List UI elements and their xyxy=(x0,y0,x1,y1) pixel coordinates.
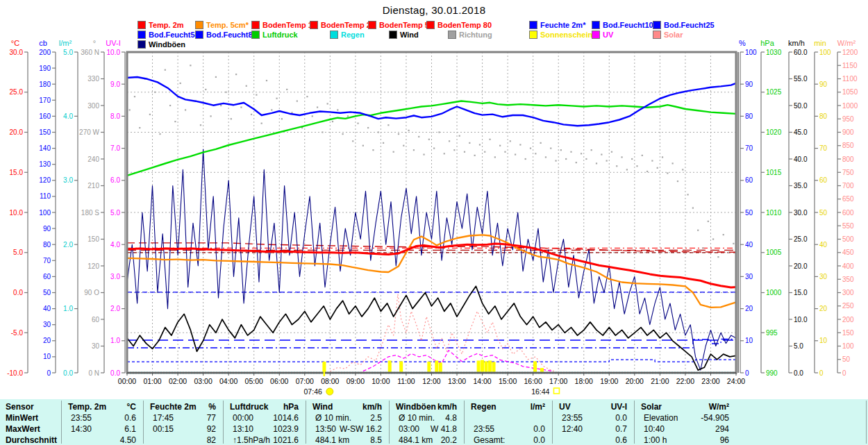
svg-text:1.0: 1.0 xyxy=(110,337,120,344)
svg-text:7.0: 7.0 xyxy=(110,144,120,152)
svg-text:17:00: 17:00 xyxy=(549,377,567,385)
svg-text:90: 90 xyxy=(819,81,828,88)
legend-swatch xyxy=(653,21,661,29)
table-cell: 6.1 xyxy=(61,424,136,434)
svg-text:21:00: 21:00 xyxy=(651,377,669,385)
axis-°: 0 N306090 O120150180 S210240270 W3003303… xyxy=(79,39,104,377)
grid xyxy=(127,52,736,373)
svg-text:995: 995 xyxy=(766,329,778,337)
svg-text:40: 40 xyxy=(819,241,828,249)
svg-text:180 S: 180 S xyxy=(81,209,99,217)
axis-cb: 0102030405060708090100110120130140150160… xyxy=(39,39,56,377)
svg-text:03:00: 03:00 xyxy=(194,377,212,385)
svg-text:30: 30 xyxy=(43,321,51,328)
svg-text:30: 30 xyxy=(745,273,753,280)
svg-text:0.0: 0.0 xyxy=(13,289,23,296)
svg-text:2.0: 2.0 xyxy=(110,305,120,312)
svg-text:80: 80 xyxy=(745,112,753,120)
table-cell: W 41.8 xyxy=(389,424,457,434)
table-cell: 82 xyxy=(143,435,216,445)
svg-text:190: 190 xyxy=(39,65,51,72)
svg-text:5.0: 5.0 xyxy=(110,209,120,217)
svg-text:200: 200 xyxy=(842,316,854,324)
svg-text:8.0: 8.0 xyxy=(110,112,120,120)
svg-text:11:00: 11:00 xyxy=(397,377,415,385)
svg-text:5.0: 5.0 xyxy=(13,249,23,256)
svg-text:05:00: 05:00 xyxy=(245,377,263,385)
legend-item-temp-2m: Temp. 2m xyxy=(137,21,184,29)
table-cell: 4.8 xyxy=(389,413,457,423)
svg-text:14:00: 14:00 xyxy=(473,377,491,385)
svg-text:01:00: 01:00 xyxy=(143,377,161,385)
legend-swatch xyxy=(592,21,600,29)
legend-item-luftdruck: Luftdruck xyxy=(251,31,298,39)
svg-text:15.0: 15.0 xyxy=(10,169,24,176)
svg-text:55.0: 55.0 xyxy=(794,75,808,83)
svg-text:1020: 1020 xyxy=(766,128,782,136)
legend-label: Regen xyxy=(341,31,365,39)
svg-text:0: 0 xyxy=(745,369,749,377)
svg-text:25.0: 25.0 xyxy=(10,88,24,96)
table-cell: 0.0 xyxy=(464,424,545,434)
legend-label: Windböen xyxy=(149,40,185,49)
svg-text:40.0: 40.0 xyxy=(794,156,808,163)
legend-label: BodenTemp 50 xyxy=(379,21,433,29)
table-cell: 0.7 xyxy=(552,424,627,434)
legend-item-bod-feucht50: Bod.Feucht50 xyxy=(137,31,199,39)
svg-text:10: 10 xyxy=(43,353,51,360)
svg-text:1200: 1200 xyxy=(842,49,858,56)
svg-text:08:00: 08:00 xyxy=(321,377,339,385)
svg-text:10: 10 xyxy=(819,337,828,344)
svg-text:150: 150 xyxy=(39,128,51,136)
table-cell: 20.2 xyxy=(389,435,457,445)
table-cell: 77 xyxy=(143,413,216,423)
svg-text:24:00: 24:00 xyxy=(727,377,745,385)
legend-item-sonnenschein: Sonnenschein xyxy=(529,31,592,39)
axis-%: 0102030405060708090100% xyxy=(739,39,757,377)
svg-text:750: 750 xyxy=(842,169,854,176)
svg-text:1030: 1030 xyxy=(766,49,782,56)
svg-text:16:44: 16:44 xyxy=(531,387,549,396)
axis-°C: -10.0-5.00.05.010.015.020.025.030.0°C xyxy=(7,39,28,377)
legend-item-solar: Solar xyxy=(653,31,683,39)
legend-item-uv: UV xyxy=(592,31,613,39)
table-cell: 96 xyxy=(634,435,729,445)
legend-label: Bod.Feucht50 xyxy=(149,31,199,39)
svg-text:30.0: 30.0 xyxy=(10,49,24,56)
stats-table: SensorMinWertMaxWertDurchschnittTemp. 2m… xyxy=(0,399,868,445)
legend-item-bodentemp-50: BodenTemp 50 xyxy=(368,21,433,29)
svg-text:100: 100 xyxy=(842,342,854,350)
svg-text:1000: 1000 xyxy=(766,289,782,296)
svg-text:km/h: km/h xyxy=(788,39,805,47)
svg-text:100: 100 xyxy=(745,49,757,56)
svg-text:160: 160 xyxy=(39,112,51,120)
x-axis: 00:0001:0002:0003:0004:0005:0006:0007:00… xyxy=(118,373,745,385)
table-header: UV-I xyxy=(552,402,627,412)
svg-text:700: 700 xyxy=(842,182,854,190)
svg-text:20: 20 xyxy=(745,305,753,312)
svg-text:12:00: 12:00 xyxy=(422,377,440,385)
legend-item-bod-feucht25: Bod.Feucht25 xyxy=(653,21,715,29)
table-header: W/m² xyxy=(634,402,729,412)
table-cell: 0.0 xyxy=(552,413,627,423)
axis-W/m²: 0501001502002503003504004505005506006507… xyxy=(837,39,858,377)
svg-text:20.0: 20.0 xyxy=(794,262,808,270)
table-cell: 0.6 xyxy=(61,413,136,423)
svg-text:0.0: 0.0 xyxy=(110,369,120,377)
legend-swatch xyxy=(653,31,661,39)
svg-text:0.0: 0.0 xyxy=(794,369,803,377)
legend-item-bodentemp-80: BodenTemp 80 xyxy=(426,21,492,29)
legend-swatch xyxy=(426,21,435,29)
svg-text:30: 30 xyxy=(92,342,100,350)
svg-text:00:00: 00:00 xyxy=(118,377,136,385)
svg-text:16:00: 16:00 xyxy=(524,377,542,385)
svg-text:110: 110 xyxy=(40,192,51,200)
svg-text:07:46: 07:46 xyxy=(304,387,322,396)
sunset-icon xyxy=(553,388,559,394)
svg-text:90 O: 90 O xyxy=(84,289,99,296)
svg-text:l/m²: l/m² xyxy=(59,39,72,47)
svg-text:°C: °C xyxy=(11,39,19,47)
svg-text:35.0: 35.0 xyxy=(794,182,808,190)
table-header: °C xyxy=(61,402,136,412)
legend-swatch xyxy=(330,31,338,39)
